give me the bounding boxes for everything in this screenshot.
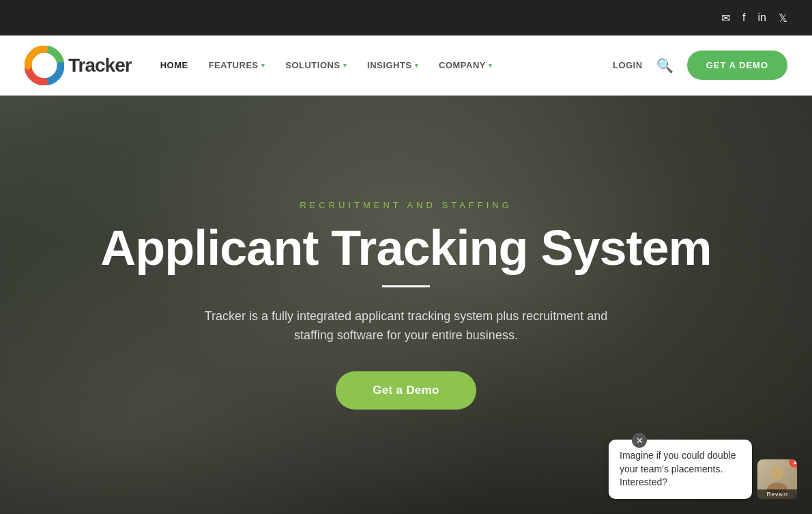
chat-avatar[interactable]: 1 Revain bbox=[757, 459, 797, 499]
login-link[interactable]: LOGIN bbox=[613, 60, 643, 70]
hero-cta-button[interactable]: Get a Demo bbox=[336, 371, 476, 410]
nav-item-solutions[interactable]: SOLUTIONS ▾ bbox=[276, 35, 356, 96]
logo-text: Tracker bbox=[68, 55, 132, 76]
linkedin-icon[interactable]: in bbox=[758, 12, 766, 24]
chevron-down-icon: ▾ bbox=[343, 62, 347, 69]
nav-links: HOME FEATURES ▾ SOLUTIONS ▾ INSIGHTS ▾ C… bbox=[151, 35, 613, 96]
hero-title: Applicant Tracking System bbox=[100, 223, 711, 274]
chevron-down-icon: ▾ bbox=[261, 62, 265, 69]
top-bar: ✉ f in 𝕏 bbox=[0, 0, 812, 35]
email-icon[interactable]: ✉ bbox=[721, 12, 730, 25]
hero-subtitle: RECRUITMENT AND STAFFING bbox=[300, 200, 512, 210]
twitter-icon[interactable]: 𝕏 bbox=[779, 12, 787, 25]
hero-section: RECRUITMENT AND STAFFING Applicant Track… bbox=[0, 96, 812, 514]
logo-icon bbox=[25, 46, 64, 85]
chevron-down-icon: ▾ bbox=[415, 62, 419, 69]
nav-item-home[interactable]: HOME bbox=[151, 35, 198, 96]
nav-right: LOGIN 🔍 GET A DEMO bbox=[613, 51, 787, 80]
nav-item-company[interactable]: COMPANY ▾ bbox=[429, 35, 502, 96]
svg-point-1 bbox=[771, 466, 783, 480]
chat-bubble: Imagine if you could double your team's … bbox=[609, 440, 752, 499]
hero-divider bbox=[382, 285, 430, 287]
search-icon[interactable]: 🔍 bbox=[656, 57, 673, 74]
nav-item-insights[interactable]: INSIGHTS ▾ bbox=[358, 35, 428, 96]
logo-area[interactable]: Tracker bbox=[25, 46, 132, 85]
facebook-icon[interactable]: f bbox=[742, 12, 745, 24]
chevron-down-icon: ▾ bbox=[489, 62, 493, 69]
get-demo-button[interactable]: GET A DEMO bbox=[687, 51, 787, 80]
hero-description: Tracker is a fully integrated applicant … bbox=[194, 306, 618, 346]
nav-item-features[interactable]: FEATURES ▾ bbox=[199, 35, 275, 96]
hero-content: RECRUITMENT AND STAFFING Applicant Track… bbox=[73, 200, 738, 410]
chat-widget: ✕ Imagine if you could double your team'… bbox=[609, 440, 797, 499]
navbar: Tracker HOME FEATURES ▾ SOLUTIONS ▾ INSI… bbox=[0, 35, 812, 96]
revain-brand-label: Revain bbox=[757, 489, 797, 499]
